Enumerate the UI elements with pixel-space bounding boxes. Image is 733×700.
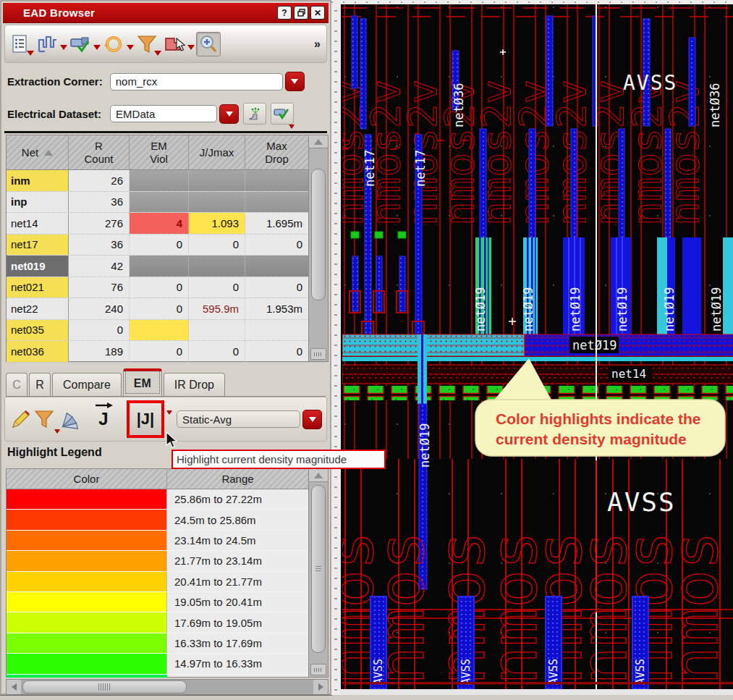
schematic-button[interactable] — [35, 33, 59, 56]
j-vector-label: J — [98, 409, 108, 429]
column-header-jjmax[interactable]: J/Jmax — [189, 135, 245, 169]
legend-row[interactable]: 19.05m to 20.41m — [7, 592, 328, 612]
net-name-cell[interactable]: net036 — [7, 341, 69, 362]
tab-ir-drop[interactable]: IR Drop — [164, 373, 225, 396]
probe-dataset-button[interactable] — [243, 103, 266, 125]
electrical-dataset-combo[interactable]: EMData — [110, 104, 239, 124]
select-shape-button[interactable] — [163, 33, 186, 56]
column-header-em-viol[interactable]: EM Viol — [130, 135, 189, 169]
legend-column-color[interactable]: Color — [7, 469, 167, 489]
net-name-cell[interactable]: net14 — [7, 213, 69, 234]
legend-column-range[interactable]: Range — [167, 469, 309, 489]
apply-dropdown-arrow[interactable] — [289, 125, 295, 129]
tab-compare[interactable]: Compare — [52, 373, 122, 396]
filter-dropdown-arrow[interactable] — [54, 429, 60, 434]
svg-text:current density magnitude: current density magnitude — [496, 431, 687, 447]
net-table-scrollbar[interactable] — [308, 135, 328, 361]
table-row[interactable]: net22 240 0 595.9m 1.953m — [7, 298, 328, 320]
tab-em[interactable]: EM — [123, 368, 162, 396]
r-count-cell: 276 — [69, 213, 130, 234]
table-row[interactable]: inp 36 — [7, 192, 328, 214]
tab-c[interactable]: C — [6, 373, 27, 396]
current-density-magnitude-button[interactable]: |J| — [127, 400, 164, 438]
net-name-cell[interactable]: net021 — [7, 277, 69, 298]
scroll-left-button[interactable] — [7, 680, 21, 694]
jjmax-cell: 0 — [189, 277, 245, 298]
edit-button[interactable] — [9, 408, 33, 431]
scrollbar-thumb[interactable] — [22, 680, 187, 693]
filter-button[interactable] — [135, 33, 158, 56]
check-dataset-dropdown-arrow[interactable] — [93, 45, 101, 50]
refresh-dropdown-arrow[interactable] — [127, 45, 134, 50]
table-row[interactable]: inm 26 — [7, 170, 328, 192]
zoom-tool-button[interactable] — [196, 32, 221, 56]
electrical-dataset-dropdown-button[interactable] — [219, 104, 239, 124]
help-button[interactable]: ? — [277, 6, 292, 20]
column-header-net[interactable]: Net — [7, 135, 69, 169]
color-swatch — [7, 592, 167, 612]
extraction-corner-value[interactable]: nom_rcx — [110, 73, 283, 90]
table-row[interactable]: net17 36 0 0 0 — [7, 235, 328, 256]
legend-row[interactable]: 21.77m to 23.14m — [7, 551, 328, 571]
apply-dataset-button[interactable] — [271, 103, 294, 125]
net-name-cell[interactable]: net019 — [7, 256, 69, 277]
table-row-selected[interactable]: net019 42 — [7, 256, 328, 277]
legend-row[interactable]: 16.33m to 17.69m — [7, 633, 328, 654]
current-density-vector-button[interactable]: J — [90, 409, 116, 429]
close-button[interactable]: ✕ — [310, 6, 325, 20]
extraction-corner-combo[interactable]: nom_rcx — [110, 72, 305, 91]
report-button[interactable] — [8, 33, 31, 56]
scroll-up-button[interactable] — [309, 135, 328, 148]
net-name-cell[interactable]: inm — [7, 170, 69, 191]
sort-asc-icon — [44, 150, 53, 156]
scrollbar-thumb[interactable] — [311, 169, 326, 300]
legend-horizontal-scrollbar[interactable] — [6, 679, 329, 695]
layout-canvas[interactable]: nmos2v nmos2v nmos2v nmos2v nmos2v nmos2… — [341, 4, 733, 689]
scrollbar-end-button[interactable] — [310, 664, 326, 675]
schematic-dropdown-arrow[interactable] — [60, 45, 67, 50]
tab-r[interactable]: R — [29, 373, 51, 396]
column-header-r-count[interactable]: R Count — [69, 135, 130, 169]
em-viol-cell — [130, 170, 189, 191]
restore-button[interactable] — [294, 6, 308, 20]
zoom-tool-icon — [198, 34, 219, 54]
legend-row[interactable]: 20.41m to 21.77m — [7, 572, 328, 592]
net-name-cell[interactable]: net22 — [7, 298, 69, 319]
scroll-right-button[interactable] — [313, 680, 328, 694]
extraction-corner-dropdown-button[interactable] — [285, 72, 305, 91]
net019-rail[interactable]: netØ19 — [342, 334, 733, 361]
net-name-cell[interactable]: net17 — [7, 235, 69, 256]
select-shape-dropdown-arrow[interactable] — [187, 45, 195, 50]
em-filter-button[interactable] — [33, 408, 56, 431]
jmag-dropdown-arrow[interactable] — [166, 410, 172, 415]
legend-row[interactable]: 24.5m to 25.86m — [7, 510, 328, 530]
column-header-max-drop[interactable]: Max Drop — [245, 135, 308, 169]
legend-row[interactable]: 23.14m to 24.5m — [7, 531, 328, 551]
grip-icon — [98, 683, 111, 691]
avss-label-bottom: AVSS — [607, 487, 676, 517]
legend-row[interactable]: 17.69m to 19.05m — [7, 612, 328, 633]
check-dataset-button[interactable] — [69, 33, 92, 56]
electrical-dataset-value[interactable]: EMData — [110, 105, 217, 122]
net-name-cell[interactable]: net035 — [7, 320, 69, 341]
table-row[interactable]: net036 189 0 0 0 — [7, 341, 328, 363]
net-name-cell[interactable]: inp — [7, 192, 69, 213]
refresh-button[interactable] — [102, 33, 125, 56]
table-row[interactable]: net035 0 — [7, 320, 328, 342]
titlebar[interactable]: EAD Browser ? ✕ — [3, 3, 329, 23]
triangle-left-icon — [12, 683, 17, 691]
analysis-mode-value[interactable]: Static-Avg — [177, 410, 300, 428]
table-row[interactable]: net021 76 0 0 0 — [7, 277, 328, 299]
table-row[interactable]: net14 276 4 1.093 1.695m — [7, 213, 328, 235]
scrollbar-thumb[interactable] — [311, 485, 326, 653]
fanout-button[interactable] — [60, 408, 83, 431]
legend-scrollbar[interactable] — [308, 469, 328, 677]
analysis-mode-dropdown-button[interactable] — [302, 410, 322, 429]
layout-view[interactable]: nmos2v nmos2v nmos2v nmos2v nmos2v nmos2… — [331, 0, 733, 695]
legend-row[interactable]: 14.97m to 16.33m — [7, 654, 328, 674]
toolbar-overflow-button[interactable]: » — [314, 38, 323, 51]
analysis-mode-combo[interactable]: Static-Avg — [177, 410, 322, 429]
scroll-up-button[interactable] — [309, 469, 328, 482]
legend-row[interactable]: 25.86m to 27.22m — [7, 489, 328, 510]
scrollbar-end-button[interactable] — [310, 348, 326, 360]
